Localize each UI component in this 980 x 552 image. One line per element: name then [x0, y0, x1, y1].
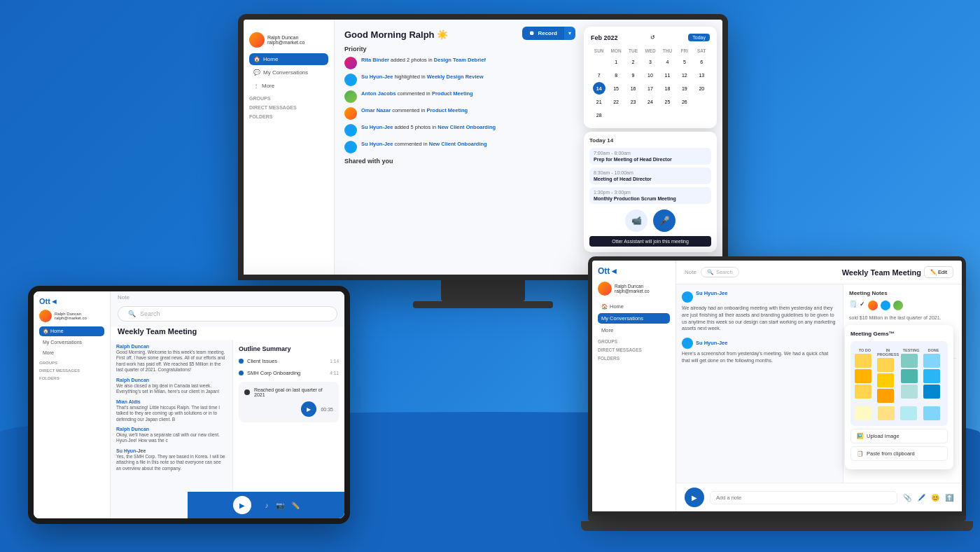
laptop-sidebar: Ott◄ Ralph Duncan ralph@market.co 🏠 Home…: [592, 261, 676, 511]
cal-day[interactable]: 17: [644, 82, 657, 95]
cal-day[interactable]: 22: [610, 95, 622, 108]
laptop-nav-more[interactable]: More: [598, 325, 670, 336]
cal-day[interactable]: [695, 95, 708, 108]
note-icon-2[interactable]: ✓: [860, 301, 865, 310]
outline-dot-2: [239, 371, 244, 375]
cal-day[interactable]: [593, 55, 606, 68]
cal-day[interactable]: 4: [661, 55, 673, 68]
cal-day[interactable]: 20: [695, 82, 708, 95]
laptop-search[interactable]: 🔍 Search: [701, 267, 739, 277]
cal-day[interactable]: 24: [644, 95, 657, 108]
monitor-user-row: Ralph Duncan ralph@market.co: [249, 32, 328, 48]
laptop-play-button[interactable]: ▶: [685, 488, 704, 507]
activity-text-2: Su Hyun-Jee highlighted in Weekly Design…: [361, 74, 484, 81]
cal-day[interactable]: 1: [610, 55, 622, 68]
tablet-bottom-icon-1[interactable]: ♪: [265, 502, 269, 509]
note-icon-1[interactable]: 🗒️: [849, 301, 857, 310]
sticky-7: [901, 354, 918, 368]
tablet-bottom-icon-2[interactable]: 📷: [276, 502, 284, 509]
outline-item-2: SMH Corp Onboarding 4:11: [239, 370, 339, 376]
tablet-msg-1: Ralph Duncan Good Morning. Welcome to th…: [116, 344, 227, 373]
sticky-col-testing: TESTING: [901, 348, 921, 404]
tablet-nav-home[interactable]: 🏠 Home: [39, 326, 104, 336]
tablet-nav-conversations[interactable]: My Conversations: [39, 338, 104, 347]
laptop-bottom-icon-1[interactable]: 📎: [903, 494, 911, 502]
mic-btn[interactable]: 🎤: [653, 209, 676, 232]
cal-day[interactable]: 28: [593, 109, 606, 121]
tablet-nav-more[interactable]: More: [39, 348, 104, 357]
cal-day[interactable]: 23: [627, 95, 640, 108]
laptop-base: [581, 521, 973, 531]
cal-day[interactable]: 11: [661, 69, 673, 81]
laptop-add-note-input[interactable]: [710, 491, 897, 504]
tablet-audio-player: Reached goal on last quarter of 2021 ▶ 0…: [239, 382, 339, 422]
sticky-4: [877, 358, 894, 372]
laptop-note-label: Note: [685, 269, 696, 275]
cal-day[interactable]: 13: [695, 69, 708, 81]
laptop-nav-conversations[interactable]: My Conversations: [598, 313, 670, 324]
laptop-bottom-icon-4[interactable]: ⬆️: [945, 494, 953, 502]
calendar-header: Feb 2022 ↺ Today: [591, 34, 710, 41]
cal-day-today[interactable]: 14: [593, 82, 606, 95]
laptop-msg-2: Su Hyun-Jee Here's a screenshot from yes…: [682, 338, 837, 364]
monitor-nav-home[interactable]: 🏠 Home: [249, 53, 328, 65]
laptop-bottom-icon-2[interactable]: 🖊️: [917, 494, 925, 502]
cal-day[interactable]: 7: [593, 69, 606, 81]
cal-day[interactable]: 25: [661, 95, 673, 108]
note-user-avatar-3: [893, 301, 903, 310]
laptop-note-header: Note 🔍 Search Weekly Team Meeting ✏️ Edi…: [676, 261, 962, 284]
upload-image-button[interactable]: 🖼️ Upload Image: [850, 429, 948, 443]
calendar-grid: SUN MON TUE WED THU FRI SAT 1 2 3 4 5 6 …: [591, 47, 710, 121]
monitor-sidebar: Ralph Duncan ralph@market.co 🏠 Home 💬 My…: [244, 20, 335, 275]
cal-day[interactable]: 12: [678, 69, 691, 81]
record-button[interactable]: ⏺ Record: [522, 27, 564, 40]
calendar-today-btn[interactable]: Today: [688, 34, 710, 41]
tablet-bottom-bar: ▶ ♪ 📷 ✏️: [188, 492, 344, 518]
record-dropdown-button[interactable]: ▾: [564, 27, 575, 40]
cal-day[interactable]: 26: [678, 95, 691, 108]
tablet-user-info: Ralph Duncan ralph@market.co: [55, 312, 87, 320]
monitor-nav-conversations[interactable]: 💬 My Conversations: [249, 67, 328, 78]
tablet-note-label: Note: [118, 294, 130, 301]
search-placeholder: Search: [140, 310, 160, 317]
cal-day[interactable]: 6: [695, 55, 708, 68]
cal-day[interactable]: 8: [610, 69, 622, 81]
video-btn[interactable]: 📹: [625, 209, 648, 232]
sticky-15: [900, 406, 917, 420]
monitor-nav-more[interactable]: ⋮ More: [249, 80, 328, 92]
tablet-bottom-icon-3[interactable]: ✏️: [291, 502, 300, 509]
audio-text: Reached goal on last quarter of 2021: [254, 387, 333, 397]
audio-indicator: [244, 389, 250, 395]
sticky-13: [855, 406, 872, 420]
cal-day[interactable]: 15: [610, 82, 622, 95]
cal-day[interactable]: 9: [627, 69, 640, 81]
sticky-9: [901, 385, 918, 399]
laptop-nav-home[interactable]: 🏠 Home: [598, 301, 670, 312]
activity-avatar-4: [344, 107, 357, 120]
activity-avatar-1: [344, 57, 357, 69]
tablet-play-button[interactable]: ▶: [233, 496, 251, 514]
laptop-bottom-icon-3[interactable]: 😊: [931, 494, 939, 502]
paste-clipboard-button[interactable]: 📋 Paste from clipboard: [850, 446, 948, 461]
meeting-gems-title: Meeting Gems™: [850, 331, 948, 337]
cal-day[interactable]: 19: [678, 82, 691, 95]
laptop-avatar: [598, 282, 612, 296]
cal-day[interactable]: 5: [678, 55, 691, 68]
tablet-search-bar[interactable]: 🔍 Search: [118, 306, 337, 322]
cal-day[interactable]: 2: [627, 55, 640, 68]
laptop-nav-dm: DIRECT MESSAGES: [598, 347, 670, 352]
cal-day[interactable]: 21: [593, 95, 606, 108]
laptop-chat: Su Hyun-Jee We already had an onboarding…: [676, 284, 843, 483]
laptop-edit-button[interactable]: ✏️ Edit: [924, 266, 953, 278]
cal-day[interactable]: 18: [661, 82, 673, 95]
monitor-nav-folders-label: FOLDERS: [249, 114, 328, 119]
laptop-note-icons: 🗒️ ✓: [849, 301, 956, 310]
monitor-calendar: Feb 2022 ↺ Today SUN MON TUE WED THU FRI…: [584, 27, 717, 128]
audio-play-btn[interactable]: ▶: [301, 401, 316, 417]
schedule-item-2: 8:30am - 10:00am Meeting of Head Directo…: [589, 167, 711, 184]
cal-day[interactable]: 3: [644, 55, 657, 68]
cal-day[interactable]: 16: [627, 82, 640, 95]
edit-icon: ✏️: [930, 269, 937, 275]
cal-day[interactable]: 10: [644, 69, 657, 81]
sticky-3: [855, 385, 872, 399]
